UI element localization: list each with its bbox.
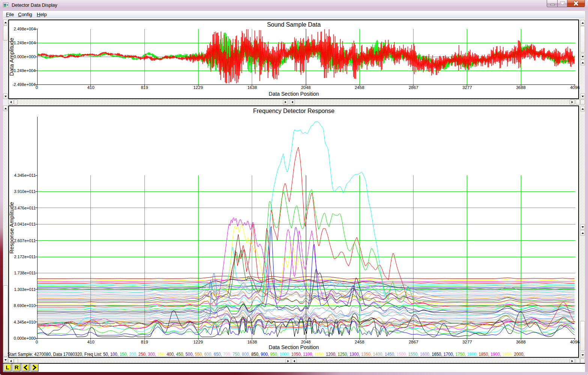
svg-text:3277: 3277: [462, 85, 472, 90]
svg-text:1229: 1229: [193, 85, 203, 90]
svg-text:2458: 2458: [355, 85, 364, 90]
svg-text:4096: 4096: [570, 85, 580, 90]
svg-text:2048: 2048: [301, 85, 311, 90]
svg-text:2458: 2458: [355, 340, 364, 344]
svg-text:1638: 1638: [247, 340, 257, 344]
svg-text:Data Amplitude: Data Amplitude: [8, 38, 15, 76]
svg-text:0: 0: [36, 85, 38, 90]
svg-text:3277: 3277: [462, 340, 472, 344]
svg-text:4096: 4096: [570, 340, 580, 344]
svg-text:4.345e+011: 4.345e+011: [14, 173, 36, 178]
svg-text:3.041e+011: 3.041e+011: [14, 222, 36, 226]
svg-text:2867: 2867: [409, 340, 418, 344]
svg-text:2.498e+004: 2.498e+004: [14, 27, 36, 31]
svg-text:4.345e+010: 4.345e+010: [14, 320, 36, 324]
svg-text:0: 0: [36, 340, 38, 344]
svg-text:0.000e+000: 0.000e+000: [14, 336, 36, 340]
svg-text:1.738e+011: 1.738e+011: [14, 271, 36, 275]
svg-text:410: 410: [87, 340, 94, 344]
svg-text:Sound Sample Data: Sound Sample Data: [267, 21, 320, 28]
svg-text:2.172e+011: 2.172e+011: [14, 255, 36, 259]
svg-text:2048: 2048: [301, 340, 311, 344]
svg-text:0.000e+000: 0.000e+000: [14, 54, 36, 59]
svg-text:Frequency Detector Response: Frequency Detector Response: [253, 108, 335, 114]
svg-text:1.303e+011: 1.303e+011: [14, 287, 36, 292]
svg-text:3688: 3688: [516, 340, 526, 344]
svg-text:3.910e+011: 3.910e+011: [14, 189, 36, 194]
svg-text:819: 819: [141, 340, 148, 344]
svg-text:Data Section Position: Data Section Position: [269, 344, 319, 350]
svg-text:Start Sample: 4270080, Data 17: Start Sample: 4270080, Data 17080320, Fr…: [8, 352, 525, 357]
svg-text:1229: 1229: [193, 340, 203, 344]
svg-text:2.607e+011: 2.607e+011: [14, 238, 36, 243]
svg-text:-2.498e+004: -2.498e+004: [12, 82, 36, 87]
svg-text:Data Section Position: Data Section Position: [269, 91, 319, 97]
svg-text:-1.249e+004: -1.249e+004: [12, 68, 36, 73]
svg-text:819: 819: [141, 85, 148, 90]
svg-text:3688: 3688: [516, 85, 526, 90]
svg-text:410: 410: [87, 85, 94, 90]
svg-text:Response Amplitude: Response Amplitude: [8, 202, 15, 254]
svg-text:3.476e+011: 3.476e+011: [14, 206, 36, 210]
svg-text:1638: 1638: [247, 85, 257, 90]
svg-text:1.249e+004: 1.249e+004: [14, 41, 36, 45]
svg-text:2867: 2867: [409, 85, 418, 90]
svg-text:8.690e+010: 8.690e+010: [14, 303, 36, 308]
